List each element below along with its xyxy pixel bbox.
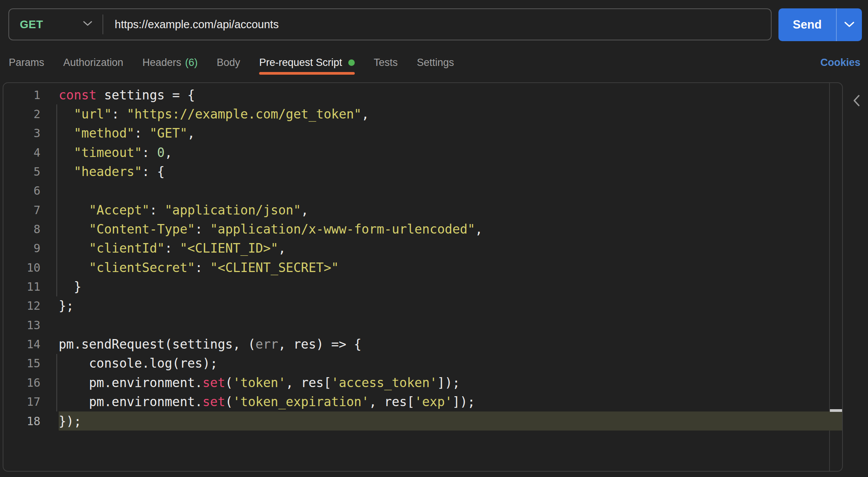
code-line-text: }; bbox=[59, 296, 74, 315]
code-line-text: pm.environment.set('token_expiration', r… bbox=[59, 392, 475, 411]
line-number: 4 bbox=[3, 143, 40, 162]
tab-label: Body bbox=[217, 57, 240, 69]
code-lines: 1const settings = {2 "url": "https://exa… bbox=[3, 85, 842, 431]
indent-guide bbox=[56, 277, 57, 296]
tab-label: Params bbox=[9, 57, 44, 69]
line-number: 8 bbox=[3, 219, 40, 238]
code-line[interactable]: 11 } bbox=[3, 277, 842, 296]
indent-guide bbox=[56, 239, 57, 258]
code-line[interactable]: 5 "headers": { bbox=[3, 162, 842, 181]
tab-label: Settings bbox=[417, 57, 454, 69]
indent-guide bbox=[56, 219, 57, 238]
tab-headers[interactable]: Headers (6) bbox=[143, 47, 198, 78]
code-line-text: "clientId": "<CLIENT_ID>", bbox=[59, 239, 286, 258]
code-line[interactable]: 10 "clientSecret": "<CLIENT_SECRET>" bbox=[3, 258, 842, 277]
chevron-left-icon bbox=[853, 94, 860, 108]
code-line[interactable]: 14pm.sendRequest(settings, (err, res) =>… bbox=[3, 335, 842, 354]
line-number: 11 bbox=[3, 277, 40, 296]
url-bar: GET https://example.com/api/accounts bbox=[8, 8, 772, 40]
code-line-text: "timeout": 0, bbox=[59, 143, 172, 162]
line-number: 16 bbox=[3, 373, 40, 392]
code-line-text: "Content-Type": "application/x-www-form-… bbox=[59, 219, 483, 238]
tab-label: Tests bbox=[374, 57, 398, 69]
code-line[interactable]: 16 pm.environment.set('token', res['acce… bbox=[3, 373, 842, 392]
request-tabs: Params Authorization Headers (6) Body Pr… bbox=[0, 47, 868, 78]
tab-tests[interactable]: Tests bbox=[374, 47, 398, 78]
code-line[interactable]: 2 "url": "https://example.com/get_token"… bbox=[3, 104, 842, 123]
tab-params[interactable]: Params bbox=[9, 47, 44, 78]
indent-guide bbox=[56, 200, 57, 219]
send-options-button[interactable] bbox=[837, 8, 862, 41]
code-line[interactable]: 17 pm.environment.set('token_expiration'… bbox=[3, 392, 842, 411]
tab-settings[interactable]: Settings bbox=[417, 47, 454, 78]
code-line[interactable]: 4 "timeout": 0, bbox=[3, 143, 842, 162]
indent-guide bbox=[56, 258, 57, 277]
line-number: 5 bbox=[3, 162, 40, 181]
code-line[interactable]: 1const settings = { bbox=[3, 85, 842, 104]
line-number: 12 bbox=[3, 296, 40, 315]
line-number: 13 bbox=[3, 315, 40, 335]
indent-guide bbox=[56, 373, 57, 392]
indent-guide bbox=[56, 104, 57, 123]
method-select[interactable]: GET bbox=[9, 9, 102, 40]
chevron-down-icon bbox=[844, 21, 855, 29]
tab-label: Headers bbox=[143, 57, 181, 69]
code-line-text: "clientSecret": "<CLIENT_SECRET>" bbox=[59, 258, 339, 277]
method-label: GET bbox=[20, 18, 43, 31]
tab-body[interactable]: Body bbox=[217, 47, 240, 78]
tab-label: Authorization bbox=[63, 57, 123, 69]
code-line[interactable]: 12}; bbox=[3, 296, 842, 315]
code-line[interactable]: 6 bbox=[3, 181, 842, 200]
chevron-down-icon bbox=[83, 21, 93, 28]
code-line-text: }); bbox=[59, 411, 82, 431]
code-line-text: "method": "GET", bbox=[59, 124, 195, 143]
line-number: 7 bbox=[3, 200, 40, 219]
line-number: 10 bbox=[3, 258, 40, 277]
line-number: 17 bbox=[3, 392, 40, 411]
indent-guide bbox=[56, 124, 57, 143]
collapse-panel-button[interactable] bbox=[851, 94, 862, 108]
indent-guide bbox=[56, 143, 57, 162]
code-line-text: console.log(res); bbox=[59, 354, 218, 373]
indent-guide bbox=[56, 162, 57, 181]
url-input[interactable]: https://example.com/api/accounts bbox=[115, 18, 279, 31]
method-url-divider bbox=[102, 14, 103, 34]
code-line-text: const settings = { bbox=[59, 85, 195, 104]
code-line[interactable]: 3 "method": "GET", bbox=[3, 124, 842, 143]
current-line-highlight bbox=[59, 411, 842, 431]
tab-pre-request-script[interactable]: Pre-request Script bbox=[259, 47, 355, 78]
code-line-text: } bbox=[59, 277, 82, 296]
tab-label: Pre-request Script bbox=[259, 57, 342, 69]
code-line[interactable]: 7 "Accept": "application/json", bbox=[3, 200, 842, 219]
indent-guide bbox=[56, 354, 57, 373]
cookies-link[interactable]: Cookies bbox=[820, 47, 860, 78]
active-tab-underline bbox=[259, 72, 355, 75]
line-number: 18 bbox=[3, 411, 40, 431]
overview-ruler-cursor-marker bbox=[830, 409, 842, 412]
send-button[interactable]: Send bbox=[778, 8, 836, 41]
code-line-text: "url": "https://example.com/get_token", bbox=[59, 104, 369, 123]
send-split-button: Send bbox=[778, 8, 862, 41]
headers-count-badge: (6) bbox=[185, 57, 198, 69]
code-line[interactable]: 15 console.log(res); bbox=[3, 354, 842, 373]
code-editor[interactable]: 1const settings = {2 "url": "https://exa… bbox=[3, 82, 843, 472]
code-line-text: pm.sendRequest(settings, (err, res) => { bbox=[59, 335, 362, 354]
code-line[interactable]: 8 "Content-Type": "application/x-www-for… bbox=[3, 219, 842, 238]
indent-guide bbox=[56, 392, 57, 411]
code-line-text: pm.environment.set('token', res['access_… bbox=[59, 373, 460, 392]
line-number: 14 bbox=[3, 335, 40, 354]
script-indicator-dot bbox=[348, 59, 355, 66]
line-number: 3 bbox=[3, 124, 40, 143]
line-number: 2 bbox=[3, 104, 40, 123]
code-line[interactable]: 13 bbox=[3, 315, 842, 335]
line-number: 15 bbox=[3, 354, 40, 373]
code-line[interactable]: 18}); bbox=[3, 411, 842, 431]
code-line[interactable]: 9 "clientId": "<CLIENT_ID>", bbox=[3, 239, 842, 258]
indent-guide bbox=[56, 181, 57, 200]
line-number: 6 bbox=[3, 181, 40, 200]
tab-authorization[interactable]: Authorization bbox=[63, 47, 123, 78]
line-number: 1 bbox=[3, 85, 40, 104]
code-line-text: "Accept": "application/json", bbox=[59, 200, 309, 219]
code-line-text: "headers": { bbox=[59, 162, 165, 181]
line-number: 9 bbox=[3, 239, 40, 258]
